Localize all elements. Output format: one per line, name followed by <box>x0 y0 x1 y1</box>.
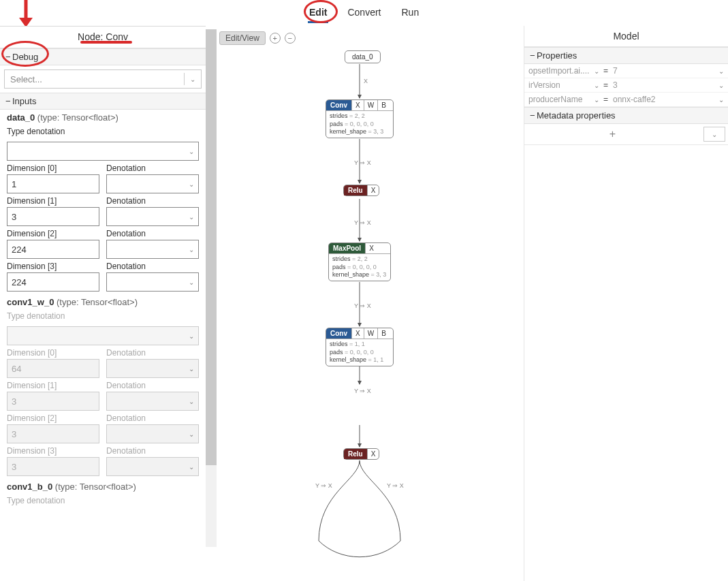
conv1b-type-denot-label: Type denotation <box>7 496 199 505</box>
w-denot2-select: ⌄ <box>106 424 199 443</box>
input-data0-name: data_0 <box>7 112 35 123</box>
chevron-down-icon: ⌄ <box>189 246 194 253</box>
chevron-down-icon: ⌄ <box>718 82 724 89</box>
dim3-label: Dimension [3] <box>7 262 99 271</box>
metadata-dropdown[interactable]: ⌄ <box>703 127 725 142</box>
denot3-select[interactable]: ⌄ <box>106 272 199 292</box>
dim3-input[interactable]: 224 <box>7 272 99 292</box>
chevron-down-icon: ⌄ <box>189 365 194 373</box>
graph-node-conv2[interactable]: Conv X W B strides = 1, 1 pads = 0, 0, 0… <box>326 328 394 366</box>
edge-label: Y ⇒ X <box>315 482 332 489</box>
chevron-down-icon: ⌄ <box>718 96 724 104</box>
graph-node-maxpool[interactable]: MaxPool X strides = 2, 2 pads = 0, 0, 0,… <box>328 242 391 281</box>
conv1w-type-denot-label: Type denotation <box>7 311 199 321</box>
tab-convert[interactable]: Convert <box>345 5 383 19</box>
dim0-label: Dimension [0] <box>7 163 99 173</box>
w-denot1-label: Denotation <box>106 381 199 390</box>
debug-select[interactable]: Select... ⌄ <box>4 69 202 89</box>
w-denot0-label: Denotation <box>106 348 199 358</box>
w-denot2-label: Denotation <box>106 413 199 423</box>
prop-row[interactable]: irVersion⌄ = 3⌄ <box>524 78 728 93</box>
add-metadata-button[interactable]: + <box>524 124 701 144</box>
w-dim3-label: Dimension [3] <box>7 446 99 456</box>
prop-row[interactable]: producerName⌄ = onnx-caffe2⌄ <box>524 93 728 107</box>
denot0-select[interactable]: ⌄ <box>106 174 199 193</box>
w-dim1-input: 3 <box>7 392 99 411</box>
w-denot3-label: Denotation <box>106 446 199 456</box>
type-denotation-select[interactable]: ⌄ <box>7 142 199 161</box>
chevron-down-icon: ⌄ <box>190 76 195 83</box>
chevron-down-icon: ⌄ <box>594 96 599 104</box>
port-x: X <box>367 185 379 195</box>
conv1w-type-denot-select: ⌄ <box>7 326 199 345</box>
edge-label: Y ⇒ X <box>354 159 371 166</box>
inputs-section[interactable]: −Inputs <box>0 93 206 110</box>
zoom-in-icon[interactable]: + <box>270 33 281 44</box>
denot2-select[interactable]: ⌄ <box>106 240 199 259</box>
w-dim3-input: 3 <box>7 457 99 476</box>
denot0-label: Denotation <box>106 163 199 173</box>
port-w: W <box>364 100 377 110</box>
op-label: MaxPool <box>329 243 365 253</box>
graph-canvas[interactable]: Edit/View + − data_0 X <box>217 26 523 581</box>
tab-edit[interactable]: Edit <box>306 5 330 19</box>
port-b: B <box>377 100 390 110</box>
tab-run[interactable]: Run <box>398 5 422 19</box>
editview-button[interactable]: Edit/View <box>219 31 266 45</box>
dim2-input[interactable]: 224 <box>7 240 99 259</box>
properties-section[interactable]: −Properties <box>524 47 728 64</box>
port-x: X <box>367 449 379 459</box>
op-label: Conv <box>326 100 351 110</box>
edge-label: X <box>364 78 368 84</box>
op-label: Relu <box>344 449 367 459</box>
edge-label: Y ⇒ X <box>354 302 371 309</box>
debug-section[interactable]: −Debug <box>0 48 206 65</box>
type-denotation-label: Type denotation <box>7 127 199 136</box>
chevron-down-icon: ⌄ <box>189 279 194 286</box>
dim2-label: Dimension [2] <box>7 229 99 238</box>
denot1-select[interactable]: ⌄ <box>106 207 199 226</box>
w-dim0-input: 64 <box>7 359 99 378</box>
input-conv1w-name: conv1_w_0 <box>7 297 54 307</box>
dim0-input[interactable]: 1 <box>7 174 99 193</box>
edge-label: Y ⇒ X <box>354 219 371 226</box>
chevron-down-icon: ⌄ <box>594 67 599 75</box>
graph-input-node[interactable]: data_0 <box>345 50 381 63</box>
w-dim2-input: 3 <box>7 424 99 443</box>
port-b: B <box>377 328 390 339</box>
w-denot0-select: ⌄ <box>106 359 199 378</box>
left-scrollbar-thumb[interactable] <box>206 29 217 465</box>
input-conv1w-type: (type: Tensor<float>) <box>57 297 138 307</box>
w-denot3-select: ⌄ <box>106 457 199 476</box>
chevron-down-icon: ⌄ <box>189 463 194 471</box>
zoom-out-icon[interactable]: − <box>285 33 296 44</box>
dim1-input[interactable]: 3 <box>7 207 99 226</box>
chevron-down-icon: ⌄ <box>189 213 194 221</box>
graph-node-conv1[interactable]: Conv X W B strides = 2, 2 pads = 0, 0, 0… <box>326 99 394 138</box>
denot3-label: Denotation <box>106 262 199 271</box>
model-title: Model <box>524 26 728 47</box>
metadata-section[interactable]: −Metadata properties <box>524 107 728 124</box>
denot1-label: Denotation <box>106 196 199 206</box>
op-label: Relu <box>344 185 367 195</box>
left-panel: Node: Conv −Debug Select... ⌄ −Inputs da… <box>0 26 206 581</box>
port-w: W <box>364 328 377 339</box>
graph-node-relu2[interactable]: Relu X <box>343 448 379 460</box>
input-conv1b-name: conv1_b_0 <box>7 482 52 492</box>
chevron-down-icon: ⌄ <box>189 148 194 155</box>
denot2-label: Denotation <box>106 229 199 238</box>
input-data0-type: (type: Tensor<float>) <box>37 112 118 123</box>
w-denot1-select: ⌄ <box>106 392 199 411</box>
edge-label: Y ⇒ X <box>354 388 371 394</box>
chevron-down-icon: ⌄ <box>189 180 194 188</box>
chevron-down-icon: ⌄ <box>189 332 194 340</box>
right-panel: Model −Properties opsetImport.ai....⌄ = … <box>524 26 728 581</box>
chevron-down-icon: ⌄ <box>718 67 724 75</box>
graph-node-relu1[interactable]: Relu X <box>343 185 379 196</box>
input-conv1b-type: (type: Tensor<float>) <box>55 482 136 492</box>
prop-row[interactable]: opsetImport.ai....⌄ = 7⌄ <box>524 64 728 78</box>
w-dim0-label: Dimension [0] <box>7 348 99 358</box>
node-title: Node: Conv <box>0 27 206 48</box>
chevron-down-icon: ⌄ <box>594 82 599 89</box>
chevron-down-icon: ⌄ <box>189 430 194 438</box>
